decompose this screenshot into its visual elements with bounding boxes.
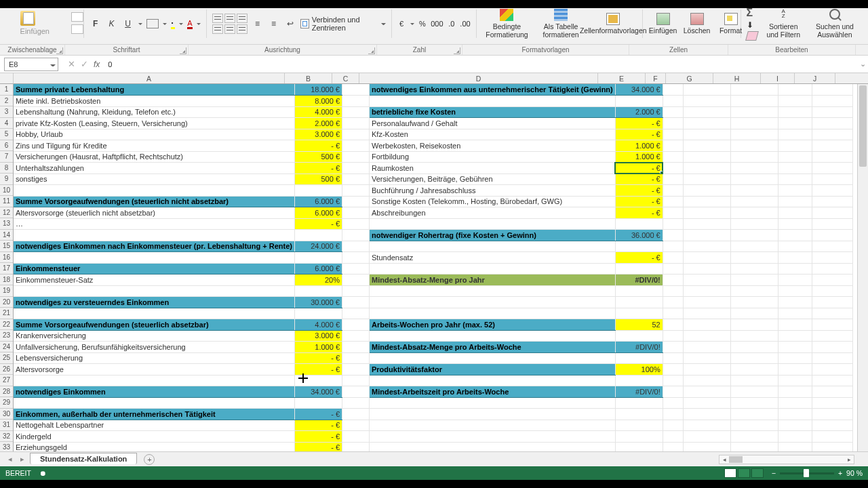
indent-increase[interactable]: ≡ (268, 17, 280, 30)
cell[interactable]: private Kfz-Kosten (Leasing, Steuern, Ve… (14, 118, 295, 129)
row-header[interactable]: 19 (0, 285, 13, 297)
cell[interactable] (812, 297, 852, 308)
zoom-control[interactable]: − + 90 % (772, 469, 863, 477)
cell[interactable]: Unfallversicherung, Berufsunfähigkeitsve… (14, 342, 295, 353)
cell[interactable]: - € (295, 431, 342, 443)
cell[interactable] (342, 163, 370, 174)
cell[interactable] (683, 386, 730, 398)
cell[interactable] (683, 230, 730, 241)
cell[interactable]: Versicherungen (Hausrat, Haftpflicht, Re… (14, 151, 295, 163)
formula-input[interactable]: 0 (105, 60, 857, 68)
cell[interactable]: Unterhaltszahlungen (14, 163, 295, 174)
cell[interactable] (342, 84, 370, 96)
cell[interactable] (812, 218, 852, 230)
row-header[interactable]: 29 (0, 397, 13, 409)
cell[interactable] (778, 106, 812, 118)
percent-button[interactable]: % (418, 18, 427, 29)
cell[interactable] (342, 431, 370, 443)
cell[interactable] (812, 252, 852, 264)
cell[interactable] (812, 207, 852, 219)
column-header[interactable]: G (666, 73, 713, 83)
cell[interactable] (370, 431, 616, 443)
cell[interactable] (683, 442, 730, 451)
cell[interactable]: Summe private Lebenshaltung (14, 84, 295, 96)
row-header[interactable]: 11 (0, 196, 13, 207)
add-sheet-button[interactable]: + (144, 454, 155, 465)
cell[interactable] (370, 397, 616, 409)
cell[interactable]: - € (295, 442, 342, 451)
cell[interactable] (778, 364, 812, 375)
cell[interactable]: 52 (615, 319, 663, 331)
cell[interactable]: notwendiger Rohertrag (fixe Kosten + Gew… (370, 230, 616, 241)
cell[interactable] (683, 218, 730, 230)
cell[interactable]: Buchführung / Jahresabschluss (370, 185, 616, 197)
cell[interactable] (730, 442, 778, 451)
cell[interactable]: - € (615, 118, 663, 129)
cell[interactable] (778, 151, 812, 163)
row-header[interactable]: 30 (0, 409, 13, 420)
cell[interactable] (812, 84, 852, 96)
sort-filter-button[interactable]: Sortieren und Filtern (762, 9, 806, 39)
cell[interactable]: - € (295, 364, 342, 375)
cell[interactable] (683, 364, 730, 375)
cell[interactable] (342, 118, 370, 129)
cell[interactable]: 1.000 € (295, 342, 342, 353)
cell[interactable] (295, 230, 342, 241)
row-header[interactable]: 33 (0, 442, 13, 451)
cell[interactable] (778, 163, 812, 174)
cell[interactable] (615, 330, 663, 342)
cell[interactable] (663, 241, 683, 252)
horizontal-scrollbar[interactable]: ◂▸ (719, 455, 854, 464)
cell[interactable]: - € (615, 196, 663, 207)
column-header[interactable]: I (761, 73, 795, 83)
conditional-formatting-button[interactable]: Bedingte Formatierung (482, 9, 532, 39)
cell[interactable] (683, 420, 730, 431)
cell[interactable] (778, 319, 812, 331)
cell[interactable] (370, 285, 616, 297)
cell[interactable]: Einkommensteuer (14, 263, 295, 274)
cell[interactable] (778, 196, 812, 207)
clear-button[interactable] (745, 31, 759, 41)
cell[interactable]: #DIV/0! (615, 274, 663, 286)
cell[interactable]: - € (615, 174, 663, 185)
row-header[interactable]: 9 (0, 174, 13, 185)
row-header[interactable]: 23 (0, 330, 13, 342)
cell[interactable]: Altersvorsorge (14, 364, 295, 375)
cell[interactable] (730, 297, 778, 308)
cell[interactable]: Nettogehalt Lebenspartner (14, 420, 295, 431)
cell[interactable] (370, 96, 616, 107)
underline-dropdown[interactable] (138, 21, 142, 26)
cell[interactable] (812, 185, 852, 197)
cell[interactable] (812, 230, 852, 241)
cell[interactable] (730, 185, 778, 197)
cell[interactable] (730, 84, 778, 96)
row-header[interactable]: 5 (0, 129, 13, 140)
cell[interactable]: 36.000 € (615, 230, 663, 241)
cell[interactable] (730, 308, 778, 319)
cell[interactable] (730, 431, 778, 443)
cell[interactable] (778, 386, 812, 398)
cell[interactable] (615, 409, 663, 420)
cell[interactable] (342, 252, 370, 264)
cell[interactable]: sonstiges (14, 174, 295, 185)
cell[interactable] (663, 342, 683, 353)
cell[interactable] (370, 352, 616, 364)
autosum-button[interactable]: Σ (747, 7, 757, 19)
cell[interactable] (730, 330, 778, 342)
cell[interactable]: 500 € (295, 151, 342, 163)
cell[interactable]: notwendiges Einkommen nach Einkommensteu… (14, 241, 295, 252)
decrease-decimal[interactable]: .00 (460, 18, 470, 29)
cell[interactable] (663, 397, 683, 409)
cell[interactable] (812, 442, 852, 451)
cell[interactable] (778, 375, 812, 386)
cell[interactable] (14, 230, 295, 241)
row-header[interactable]: 21 (0, 308, 13, 319)
cell[interactable] (663, 420, 683, 431)
cell[interactable]: Mindest-Absatz-Menge pro Jahr (370, 274, 616, 286)
cell[interactable] (663, 174, 683, 185)
cell[interactable]: Summe Vorsorgeaufwendungen (steuerlich a… (14, 319, 295, 331)
cell[interactable]: - € (295, 420, 342, 431)
cell[interactable] (778, 140, 812, 152)
cell[interactable] (730, 106, 778, 118)
cell[interactable] (778, 297, 812, 308)
